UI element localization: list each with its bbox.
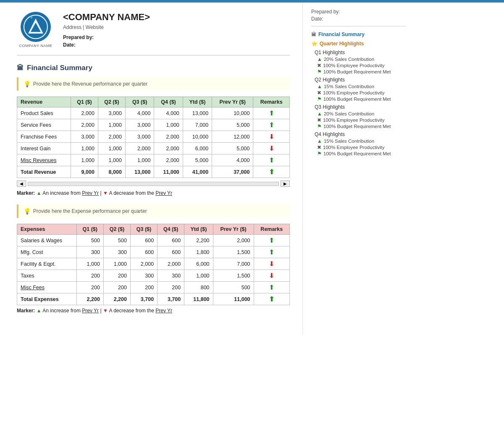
table-row: Mfg. Cost 300 300 600 600 1,800 1,500 ⬆ (17, 246, 290, 258)
row-q2: 1,000 (98, 119, 125, 131)
sub-item-text: 100% Employee Productivity (323, 145, 384, 150)
sub-item-icon: ✖ (317, 144, 321, 150)
row-remarks: ⬇ (253, 143, 290, 154)
rp-prepared: Prepared by: (311, 9, 405, 15)
prev-yr-link-1[interactable]: Prev Yr (82, 190, 99, 196)
row-q4: 2,000 (154, 154, 183, 166)
row-prev: 1,500 (213, 246, 254, 258)
sub-item-icon: ⚑ (317, 69, 322, 75)
rev-col-q3: Q3 ($) (125, 97, 154, 107)
row-q2: 1,000 (103, 258, 130, 270)
row-q2: 2,000 (98, 131, 125, 143)
financial-icon: 🏛 (17, 64, 24, 72)
rp-quarter-header-3: Q4 Highlights (315, 131, 405, 137)
scroll-right-btn[interactable]: ▶ (281, 181, 290, 187)
sub-item-icon: ✖ (317, 63, 321, 68)
table-row: Product Sales 2,000 3,000 4,000 4,000 13… (17, 107, 290, 119)
row-q1: 500 (76, 235, 103, 246)
sub-item-icon: ⚑ (317, 151, 322, 157)
sub-item-icon: ⚑ (317, 96, 322, 102)
scroll-left-btn[interactable]: ◀ (17, 181, 26, 187)
sub-item-icon: ⚑ (317, 123, 322, 129)
row-q3: 1,000 (125, 154, 154, 166)
rp-nav-quarter-highlights[interactable]: ⭐ Quarter Highlights (311, 40, 405, 47)
row-q4: 200 (158, 282, 184, 293)
rp-quarter-item-3-1: ✖ 100% Employee Productivity (317, 144, 405, 150)
row-ytd: 1,000 (184, 270, 213, 282)
note-icon: 💡 (24, 81, 31, 87)
rp-fin-summary-link[interactable]: Financial Summary (318, 31, 365, 37)
row-label: Product Sales (17, 107, 71, 119)
total-ytd: 11,800 (184, 293, 213, 305)
exp-marker-up-icon: ▲ (37, 308, 43, 314)
row-remarks: ⬆ (254, 282, 289, 293)
rp-quarter-item-2-1: ✖ 100% Employee Productivity (317, 117, 405, 123)
revenue-note-text: Provide here the Revenue performance per… (33, 81, 147, 87)
logo-text: COMPANY NAME (19, 44, 52, 48)
total-prev: 11,000 (213, 293, 254, 305)
row-prev: 7,000 (213, 258, 254, 270)
expense-marker: Marker: ▲ An increase from Prev Yr | ▼ A… (17, 308, 290, 314)
total-row: Total Expenses 2,200 2,200 3,700 3,700 1… (17, 293, 290, 305)
row-q4: 2,000 (154, 131, 183, 143)
expense-note-box: 💡 Provide here the Expense performance p… (17, 204, 290, 218)
financial-summary-section: 🏛 Financial Summary 💡 Provide here the R… (17, 64, 290, 314)
row-q4: 600 (158, 235, 184, 246)
exp-col-ytd: Ytd ($) (184, 224, 213, 235)
exp-col-remarks: Remarks (254, 224, 289, 235)
marker-down-icon: ▼ (103, 190, 109, 196)
marker-up-icon: ▲ (37, 190, 43, 196)
total-q4: 3,700 (158, 293, 184, 305)
sub-item-icon: ✖ (317, 90, 321, 96)
row-q2: 300 (103, 246, 130, 258)
rp-qh-icon: ⭐ (311, 41, 318, 47)
row-ytd: 1,800 (184, 246, 213, 258)
total-label: Total Revenue (17, 166, 71, 178)
exp-col-label: Expenses (17, 224, 77, 235)
rp-quarter-header-2: Q3 Highlights (315, 104, 405, 110)
prepared-label: Prepared by: (63, 34, 150, 40)
rp-quarter-item-3-0: ▲ 15% Sales Contribution (317, 138, 405, 144)
sub-item-icon: ▲ (317, 56, 322, 62)
row-q3: 600 (130, 235, 157, 246)
row-q3: 300 (130, 270, 157, 282)
row-q2: 1,000 (98, 154, 125, 166)
right-panel: Prepared by: Date: 🏛 Financial Summary ⭐… (302, 3, 412, 335)
exp-col-q1: Q1 ($) (76, 224, 103, 235)
row-q4: 600 (158, 246, 184, 258)
row-q1: 1,000 (71, 143, 98, 154)
row-q2: 3,000 (98, 107, 125, 119)
sub-item-icon: ▲ (317, 84, 322, 89)
table-row: Franchise Fees 3,000 2,000 3,000 2,000 1… (17, 131, 290, 143)
date-label: Date: (63, 42, 150, 48)
prev-yr-link-2[interactable]: Prev Yr (155, 190, 172, 196)
section-title: 🏛 Financial Summary (17, 64, 290, 72)
row-q3: 2,000 (125, 143, 154, 154)
total-q3: 13,000 (125, 166, 154, 178)
revenue-scroll-row[interactable]: ◀ ▶ (17, 181, 290, 187)
scroll-bar[interactable] (28, 182, 279, 186)
rp-divider (311, 26, 405, 26)
row-q4: 1,000 (154, 119, 183, 131)
total-q4: 11,000 (154, 166, 183, 178)
total-ytd: 41,000 (183, 166, 212, 178)
table-row: Service Fees 2,000 1,000 3,000 1,000 7,0… (17, 119, 290, 131)
main-content: COMPANY NAME <COMPANY NAME> Address | We… (0, 3, 302, 335)
exp-marker-down-icon: ▼ (103, 308, 109, 314)
company-header: COMPANY NAME <COMPANY NAME> Address | We… (17, 11, 290, 55)
row-label: Service Fees (17, 119, 71, 131)
exp-prev-yr-link-2[interactable]: Prev Yr (155, 308, 172, 314)
row-prev: 10,000 (212, 107, 253, 119)
table-row: Salaries & Wages 500 500 600 600 2,200 2… (17, 235, 290, 246)
rp-qh-link[interactable]: Quarter Highlights (320, 41, 364, 47)
row-remarks: ⬇ (254, 258, 289, 270)
total-label: Total Expenses (17, 293, 77, 305)
sub-item-icon: ✖ (317, 117, 321, 123)
exp-prev-yr-link-1[interactable]: Prev Yr (82, 308, 99, 314)
exp-col-prev: Prev Yr ($) (213, 224, 254, 235)
revenue-table: Revenue Q1 ($) Q2 ($) Q3 ($) Q4 ($) Ytd … (17, 97, 290, 178)
expense-note-icon: 💡 (24, 208, 31, 215)
row-label: Misc Fees (17, 282, 77, 293)
rp-nav-financial-summary[interactable]: 🏛 Financial Summary (311, 31, 405, 38)
row-q1: 200 (76, 282, 103, 293)
